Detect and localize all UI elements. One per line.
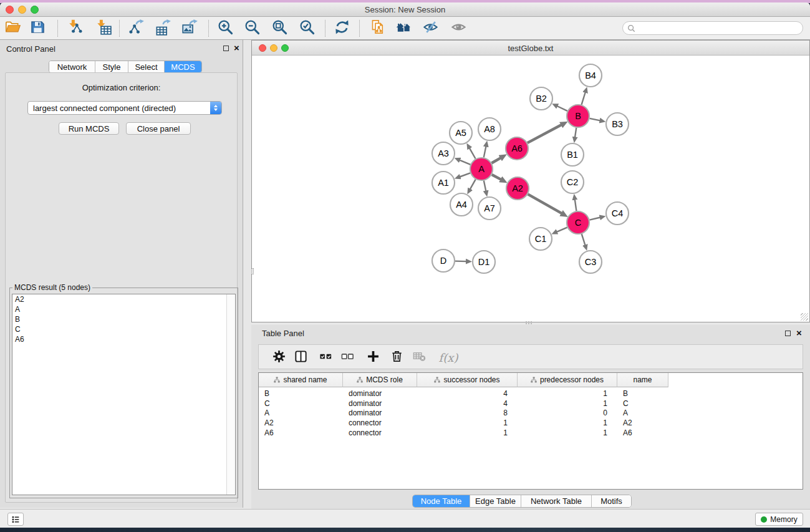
node-B2[interactable]: B2 — [530, 87, 552, 110]
node-B1[interactable]: B1 — [561, 143, 584, 166]
tab-edge-table[interactable]: Edge Table — [470, 495, 521, 507]
edge-B-B3[interactable] — [590, 118, 600, 121]
duplicate-network-button[interactable] — [367, 18, 388, 38]
node-A1[interactable]: A1 — [432, 172, 455, 194]
optimization-criterion-dropdown[interactable]: largest connected component (directed) — [27, 101, 222, 115]
edge-A-A7[interactable] — [484, 181, 486, 191]
result-item[interactable]: C — [12, 324, 235, 334]
node-C3[interactable]: C3 — [579, 251, 602, 273]
edge-A-A3[interactable] — [460, 160, 471, 165]
node-A[interactable]: A — [470, 158, 493, 180]
open-file-button[interactable] — [2, 18, 23, 38]
node-A8[interactable]: A8 — [478, 118, 501, 140]
task-history-button[interactable] — [7, 513, 24, 526]
table-float-panel-icon[interactable] — [785, 331, 791, 336]
node-A3[interactable]: A3 — [432, 142, 455, 165]
search-input[interactable] — [638, 24, 803, 32]
result-item[interactable]: A — [12, 304, 235, 314]
tab-network-table[interactable]: Network Table — [521, 495, 591, 507]
refresh-view-button[interactable] — [331, 18, 352, 38]
edge-B-B1[interactable] — [575, 128, 576, 137]
node-C[interactable]: C — [567, 211, 589, 234]
tab-node-table[interactable]: Node Table — [413, 495, 470, 507]
toggle-graphics-details-button[interactable] — [420, 18, 441, 38]
tab-network[interactable]: Network — [49, 61, 95, 72]
mcds-result-list[interactable]: A2ABCA6 — [12, 294, 236, 495]
node-D[interactable]: D — [432, 249, 455, 272]
node-C4[interactable]: C4 — [606, 202, 629, 225]
select-all-columns-button[interactable] — [316, 348, 335, 367]
tab-motifs[interactable]: Motifs — [591, 495, 631, 507]
edge-A2-C[interactable] — [528, 194, 562, 213]
edge-C-C4[interactable] — [589, 217, 600, 220]
node-B4[interactable]: B4 — [579, 64, 602, 87]
edge-A6-B[interactable] — [528, 125, 562, 143]
node-C2[interactable]: C2 — [561, 171, 584, 193]
network-graph[interactable]: AA1A2A3A4A5A6A7A8BB1B2B3B4CC1C2C3C4DD1 — [252, 56, 809, 322]
edge-C-C1[interactable] — [557, 228, 567, 232]
result-list-scrollbar[interactable] — [226, 294, 235, 495]
memory-button[interactable]: Memory — [755, 513, 803, 526]
node-A2[interactable]: A2 — [506, 177, 529, 200]
run-mcds-button[interactable]: Run MCDS — [59, 122, 119, 135]
close-panel-icon[interactable]: × — [234, 45, 239, 51]
tab-style[interactable]: Style — [95, 61, 128, 72]
zoom-fit-content-button[interactable] — [269, 18, 290, 38]
export-image-button[interactable] — [179, 18, 200, 38]
unselect-all-columns-button[interactable] — [338, 348, 357, 367]
column-header-shared-name[interactable]: shared name — [259, 373, 343, 387]
node-A6[interactable]: A6 — [506, 137, 528, 160]
network-canvas[interactable]: AA1A2A3A4A5A6A7A8BB1B2B3B4CC1C2C3C4DD1 — [252, 56, 809, 322]
node-B[interactable]: B — [567, 105, 589, 127]
export-network-button[interactable] — [125, 18, 147, 38]
column-header-name[interactable]: name — [617, 373, 668, 387]
edge-A-A4[interactable] — [470, 180, 476, 190]
toggle-graphics-details-icon — [422, 19, 439, 37]
edge-C-C2[interactable] — [575, 200, 577, 211]
zoom-in-button[interactable] — [215, 18, 236, 38]
node-B3[interactable]: B3 — [606, 113, 629, 135]
show-hide-graphics-button[interactable] — [448, 18, 469, 38]
tab-select[interactable]: Select — [128, 61, 164, 72]
node-A5[interactable]: A5 — [450, 122, 472, 144]
close-panel-button[interactable]: Close panel — [126, 122, 191, 135]
table-settings-button[interactable] — [269, 348, 288, 367]
zoom-selected-button[interactable] — [296, 18, 317, 38]
result-item[interactable]: A6 — [12, 334, 235, 344]
show-columns-button[interactable] — [291, 348, 310, 367]
node-D1[interactable]: D1 — [473, 251, 495, 273]
import-network-button[interactable] — [64, 18, 85, 38]
table-close-panel-icon[interactable]: × — [796, 330, 802, 336]
edge-D-D1[interactable] — [455, 261, 466, 262]
node-C1[interactable]: C1 — [529, 228, 552, 250]
edge-B-B2[interactable] — [557, 106, 567, 111]
edge-A-A5[interactable] — [470, 148, 476, 158]
float-panel-icon[interactable] — [223, 46, 229, 51]
column-header-predecessor-nodes[interactable]: predecessor nodes — [518, 373, 617, 387]
edge-A-A2[interactable] — [492, 175, 501, 180]
search-box[interactable] — [622, 21, 803, 35]
split-divider-grip[interactable] — [526, 321, 533, 324]
home-view-button[interactable] — [393, 18, 414, 38]
export-table-button[interactable] — [152, 18, 173, 38]
zoom-out-button[interactable] — [241, 18, 263, 38]
add-column-button[interactable] — [364, 348, 382, 367]
node-A4[interactable]: A4 — [450, 193, 473, 216]
edge-A-A1[interactable] — [460, 173, 470, 177]
edge-A-A8[interactable] — [484, 146, 486, 157]
edge-A-A6[interactable] — [491, 158, 501, 163]
import-table-button[interactable] — [92, 18, 113, 38]
column-header-MCDS-role[interactable]: MCDS role — [343, 373, 417, 387]
column-header-successor-nodes[interactable]: successor nodes — [417, 373, 518, 387]
result-item[interactable]: A2 — [12, 294, 235, 304]
delete-columns-button[interactable] — [387, 348, 406, 367]
edge-C-C3[interactable] — [582, 234, 586, 245]
network-window-titlebar[interactable]: testGlobe.txt — [252, 41, 809, 56]
save-session-button[interactable] — [27, 18, 48, 38]
window-edge-grip[interactable] — [251, 268, 254, 274]
tab-mcds[interactable]: MCDS — [164, 61, 201, 72]
node-A7[interactable]: A7 — [478, 197, 501, 220]
edge-B-B4[interactable] — [582, 92, 586, 105]
window-resize-grip[interactable] — [801, 313, 808, 321]
result-item[interactable]: B — [12, 314, 235, 324]
